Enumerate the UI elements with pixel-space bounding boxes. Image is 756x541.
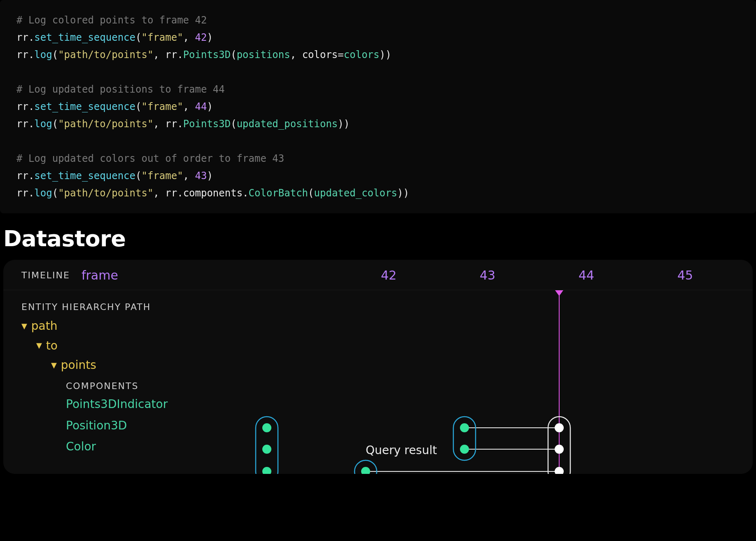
- timeline-tick: 43: [438, 268, 537, 282]
- timeline-ticks: 42434445: [339, 268, 735, 282]
- tree-node[interactable]: ▼to: [21, 336, 735, 356]
- query-result-label: Query result: [366, 443, 437, 457]
- chevron-down-icon: ▼: [51, 359, 57, 372]
- entity-tree: ▼path▼to▼points: [21, 316, 735, 375]
- components-label: COMPONENTS: [66, 381, 735, 391]
- hierarchy-label: ENTITY HIERARCHY PATH: [21, 302, 735, 312]
- tree-node[interactable]: ▼points: [21, 355, 735, 375]
- component-item[interactable]: Position3D: [21, 415, 735, 436]
- datastore-panel: TIMELINE frame 42434445 ENTITY HIERARCHY…: [3, 260, 753, 474]
- timeline-name: frame: [82, 268, 118, 282]
- tree-node-label: to: [46, 336, 58, 356]
- svg-point-10: [361, 467, 370, 474]
- svg-rect-9: [355, 460, 377, 474]
- tree-node-label: path: [31, 316, 58, 336]
- timeline-label: TIMELINE: [21, 270, 70, 280]
- component-item[interactable]: Points3DIndicator: [21, 394, 735, 415]
- chevron-down-icon: ▼: [21, 320, 27, 333]
- tree-node-label: points: [61, 355, 96, 375]
- svg-point-17: [555, 467, 564, 474]
- timeline-tick: 44: [537, 268, 636, 282]
- tree-node[interactable]: ▼path: [21, 316, 735, 336]
- svg-point-8: [262, 467, 271, 474]
- timeline-tick: 42: [339, 268, 438, 282]
- code-block: # Log colored points to frame 42 rr.set_…: [0, 0, 756, 213]
- timeline-header: TIMELINE frame 42434445: [3, 260, 753, 290]
- datastore-heading: Datastore: [3, 226, 756, 252]
- svg-marker-1: [555, 290, 563, 296]
- chevron-down-icon: ▼: [36, 339, 42, 352]
- timeline-tick: 45: [636, 268, 735, 282]
- datastore-body: ENTITY HIERARCHY PATH ▼path▼to▼points CO…: [3, 290, 753, 457]
